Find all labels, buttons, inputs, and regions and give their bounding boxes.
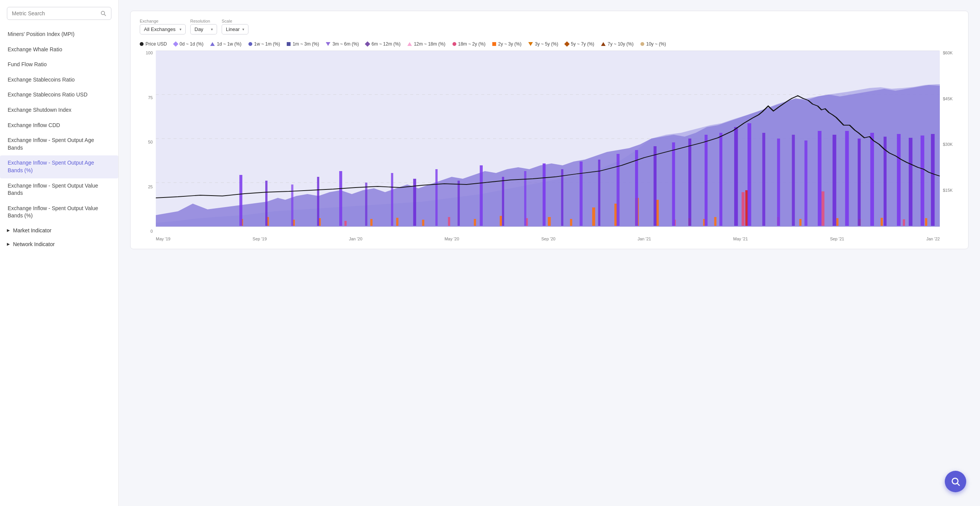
exchange-group: Exchange All Exchanges ▾ — [140, 19, 186, 34]
svg-point-82 — [952, 478, 958, 484]
search-input[interactable] — [12, 10, 100, 16]
svg-rect-79 — [909, 138, 913, 226]
svg-rect-24 — [592, 207, 595, 226]
svg-rect-41 — [925, 218, 927, 226]
legend-1d-1w: 1d ~ 1w (%) — [210, 41, 241, 47]
legend-label-2y-3y: 2y ~ 3y (%) — [498, 41, 521, 47]
x-axis: May '19 Sep '19 Jan '20 May '20 Sep '20 … — [156, 234, 940, 241]
resolution-value: Day — [194, 26, 203, 32]
svg-rect-56 — [561, 169, 564, 226]
svg-rect-18 — [448, 217, 450, 226]
y-axis-left: 100 75 50 25 0 — [140, 51, 156, 241]
legend-label-5y-7y: 5y ~ 7y (%) — [571, 41, 594, 47]
legend-price-usd: Price USD — [140, 41, 167, 47]
sidebar-menu: Miners' Position Index (MPI) Exchange Wh… — [0, 27, 118, 224]
chart-area-wrap: 100 75 50 25 0 — [140, 51, 959, 241]
scale-select[interactable]: Linear ▾ — [222, 24, 248, 34]
sidebar-item-exchange-inflow-value-bands-pct[interactable]: Exchange Inflow - Spent Output Value Ban… — [0, 201, 118, 224]
svg-rect-32 — [742, 192, 745, 226]
svg-rect-44 — [291, 184, 294, 226]
x-label-1: Sep '19 — [253, 237, 267, 241]
svg-rect-48 — [391, 173, 393, 226]
svg-rect-23 — [570, 219, 572, 226]
sidebar-item-exchange-inflow-age-bands-pct[interactable]: Exchange Inflow - Spent Output Age Bands… — [0, 155, 118, 178]
resolution-select[interactable]: Day ▾ — [190, 24, 217, 34]
sidebar-section-market-indicator[interactable]: ▶ Market Indicator — [0, 224, 118, 237]
scale-label: Scale — [222, 19, 248, 23]
svg-rect-63 — [688, 139, 691, 226]
svg-rect-40 — [903, 219, 905, 226]
sidebar-item-exchange-shutdown-index[interactable]: Exchange Shutdown Index — [0, 103, 118, 118]
legend-1m-3m: 1m ~ 3m (%) — [287, 41, 319, 47]
legend-label-18m-2y: 18m ~ 2y (%) — [458, 41, 486, 47]
svg-rect-45 — [317, 177, 319, 226]
svg-rect-17 — [422, 220, 425, 226]
sidebar-item-fund-flow-ratio[interactable]: Fund Flow Ratio — [0, 57, 118, 72]
legend-triangle-3y-5y — [528, 42, 533, 46]
sidebar-item-exchange-stablecoins-ratio-usd[interactable]: Exchange Stablecoins Ratio USD — [0, 87, 118, 103]
main-content: Exchange All Exchanges ▾ Resolution Day … — [119, 0, 980, 506]
svg-rect-60 — [635, 150, 638, 226]
legend-label-10y-plus: 10y ~ (%) — [646, 41, 666, 47]
y-right-15k: $15K — [943, 188, 953, 193]
y-left-25: 25 — [148, 184, 153, 189]
legend-dot-10y-plus — [640, 42, 644, 46]
legend-12m-18m: 12m ~ 18m (%) — [407, 41, 445, 47]
svg-rect-51 — [457, 181, 460, 226]
legend-triangle-1d-1w — [210, 42, 215, 46]
sidebar-item-exchange-inflow-age-bands[interactable]: Exchange Inflow - Spent Output Age Bands — [0, 133, 118, 155]
svg-point-0 — [101, 11, 105, 15]
svg-rect-52 — [480, 165, 483, 226]
network-indicator-label: Network Indicator — [13, 241, 55, 247]
legend-triangle-12m-18m — [407, 42, 412, 46]
y-left-50: 50 — [148, 140, 153, 144]
chevron-right-icon-2: ▶ — [7, 242, 10, 246]
svg-rect-78 — [897, 134, 901, 226]
exchange-value: All Exchanges — [144, 26, 175, 32]
legend-diamond-0d-1d — [173, 41, 178, 47]
x-label-2: Jan '20 — [349, 237, 362, 241]
search-icon — [100, 10, 106, 16]
legend-3y-5y: 3y ~ 5y (%) — [528, 41, 558, 47]
scale-group: Scale Linear ▾ — [222, 19, 248, 34]
chart-svg-wrap[interactable]: May '19 Sep '19 Jan '20 May '20 Sep '20 … — [156, 51, 940, 241]
svg-rect-50 — [435, 169, 438, 226]
y-axis-right: $60K $45K $30K $15K — [940, 51, 959, 241]
svg-rect-74 — [845, 131, 849, 226]
svg-rect-46 — [339, 171, 342, 226]
svg-rect-39 — [880, 218, 883, 226]
sidebar-item-miners-position-index[interactable]: Miners' Position Index (MPI) — [0, 27, 118, 42]
svg-rect-64 — [705, 135, 708, 226]
svg-rect-36 — [822, 191, 825, 226]
legend-diamond-6m-12m — [365, 41, 370, 47]
fab-search-button[interactable] — [945, 471, 966, 492]
y-right-60k: $60K — [943, 51, 953, 55]
legend-label-12m-18m: 12m ~ 18m (%) — [414, 41, 445, 47]
y-left-75: 75 — [148, 95, 153, 100]
resolution-label: Resolution — [190, 19, 217, 23]
legend-triangle-3m-6m — [326, 42, 330, 46]
sidebar-item-exchange-inflow-cdd[interactable]: Exchange Inflow CDD — [0, 118, 118, 133]
exchange-select[interactable]: All Exchanges ▾ — [140, 24, 186, 34]
x-label-6: May '21 — [733, 237, 748, 241]
sidebar-section-network-indicator[interactable]: ▶ Network Indicator — [0, 237, 118, 251]
legend-label-3m-6m: 3m ~ 6m (%) — [332, 41, 359, 47]
search-container — [0, 7, 118, 27]
search-box[interactable] — [7, 7, 111, 20]
sidebar-item-exchange-whale-ratio[interactable]: Exchange Whale Ratio — [0, 42, 118, 57]
svg-rect-14 — [345, 221, 347, 226]
svg-rect-61 — [653, 146, 657, 226]
sidebar-item-exchange-inflow-value-bands[interactable]: Exchange Inflow - Spent Output Value Ban… — [0, 178, 118, 201]
svg-rect-20 — [500, 216, 502, 226]
svg-rect-37 — [836, 218, 839, 226]
y-right-30k: $30K — [943, 142, 953, 147]
scale-value: Linear — [226, 26, 240, 32]
scale-dropdown-arrow: ▾ — [242, 27, 244, 31]
svg-rect-72 — [818, 131, 822, 226]
legend-dot-1w-1m — [248, 42, 252, 46]
svg-rect-42 — [239, 175, 242, 226]
legend-square-2y-3y — [492, 42, 496, 46]
sidebar-item-exchange-stablecoins-ratio[interactable]: Exchange Stablecoins Ratio — [0, 72, 118, 88]
svg-rect-53 — [502, 177, 504, 226]
svg-rect-57 — [580, 162, 583, 226]
